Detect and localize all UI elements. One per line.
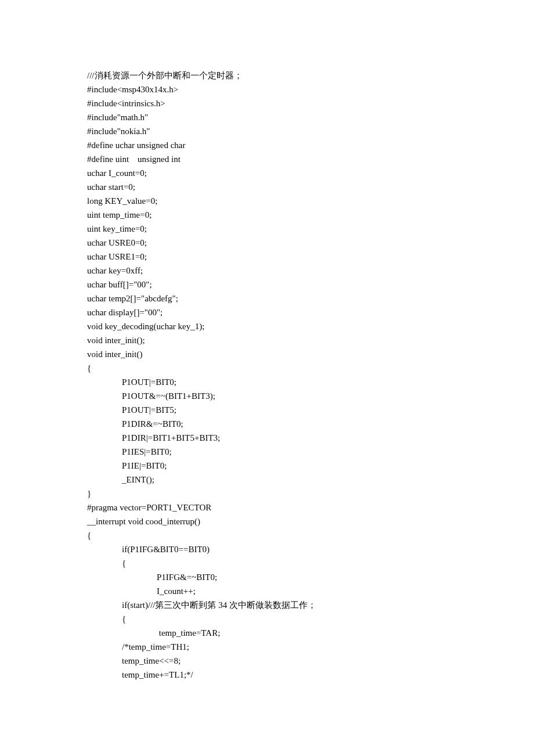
code-line: P1OUT&=~(BIT1+BIT3);: [87, 389, 447, 403]
code-line: P1DIR|=BIT1+BIT5+BIT3;: [87, 431, 447, 445]
code-line: uchar temp2[]="abcdefg";: [87, 291, 447, 305]
code-line: #include<intrinsics.h>: [87, 96, 447, 110]
code-line: #define uchar unsigned char: [87, 138, 447, 152]
code-line: P1OUT|=BIT0;: [87, 375, 447, 389]
code-line: void inter_init();: [87, 333, 447, 347]
code-line: ///消耗资源一个外部中断和一个定时器；: [87, 69, 447, 82]
code-line: {: [87, 556, 447, 570]
document-page: ///消耗资源一个外部中断和一个定时器；#include<msp430x14x.…: [0, 0, 534, 756]
code-line: uchar key=0xff;: [87, 264, 447, 278]
code-line: uchar display[]="00";: [87, 305, 447, 319]
code-line: P1OUT|=BIT5;: [87, 403, 447, 417]
code-line: __interrupt void cood_interrup(): [87, 514, 447, 528]
code-line: P1IE|=BIT0;: [87, 459, 447, 473]
code-line: temp_time=TAR;: [87, 626, 447, 640]
code-line: #define uint unsigned int: [87, 152, 447, 166]
code-line: uchar USRE1=0;: [87, 250, 447, 264]
code-line: void inter_init(): [87, 347, 447, 361]
code-line: uchar start=0;: [87, 180, 447, 194]
code-line: {: [87, 528, 447, 542]
code-line: if(P1IFG&BIT0==BIT0): [87, 542, 447, 556]
code-line: }: [87, 487, 447, 501]
code-line: I_count++;: [87, 584, 447, 598]
code-line: #pragma vector=PORT1_VECTOR: [87, 501, 447, 514]
code-line: #include"nokia.h": [87, 124, 447, 138]
code-line: #include"math.h": [87, 110, 447, 124]
code-line: P1IFG&=~BIT0;: [87, 570, 447, 584]
code-line: temp_time+=TL1;*/: [87, 668, 447, 682]
code-line: uchar USRE0=0;: [87, 236, 447, 250]
code-line: P1DIR&=~BIT0;: [87, 417, 447, 431]
code-line: {: [87, 361, 447, 375]
code-line: #include<msp430x14x.h>: [87, 82, 447, 96]
code-line: uint temp_time=0;: [87, 208, 447, 222]
code-line: /*temp_time=TH1;: [87, 640, 447, 654]
code-line: long KEY_value=0;: [87, 194, 447, 208]
code-line: {: [87, 612, 447, 626]
code-line: uint key_time=0;: [87, 222, 447, 236]
code-line: _EINT();: [87, 473, 447, 487]
code-line: void key_decoding(uchar key_1);: [87, 319, 447, 333]
code-line: if(start)///第三次中断到第 34 次中断做装数据工作；: [87, 598, 447, 612]
code-line: uchar buff[]="00";: [87, 278, 447, 291]
code-line: P1IES|=BIT0;: [87, 445, 447, 459]
code-block: ///消耗资源一个外部中断和一个定时器；#include<msp430x14x.…: [87, 69, 447, 682]
code-line: uchar I_count=0;: [87, 166, 447, 180]
code-line: temp_time<<=8;: [87, 654, 447, 668]
